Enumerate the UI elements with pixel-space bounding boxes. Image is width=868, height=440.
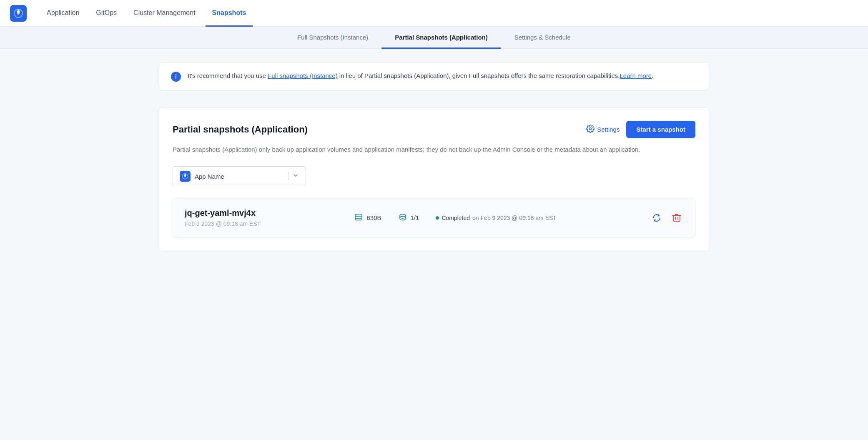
- snapshot-volumes: 1/1: [398, 212, 419, 223]
- top-nav: Application GitOps Cluster Management Sn…: [0, 0, 868, 27]
- svg-rect-7: [673, 215, 680, 221]
- status-dot: [436, 216, 439, 220]
- snapshots-card: Partial snapshots (Application) Settings…: [159, 107, 709, 251]
- snapshot-status: Completed on Feb 9 2023 @ 09:18 am EST: [436, 215, 556, 221]
- header-actions: Settings Start a snapshot: [586, 121, 695, 138]
- svg-point-2: [184, 175, 186, 177]
- nav-item-snapshots[interactable]: Snapshots: [206, 0, 253, 27]
- app-dropdown[interactable]: App Name: [173, 166, 306, 186]
- tab-settings-schedule[interactable]: Settings & Schedule: [501, 27, 584, 49]
- start-snapshot-button[interactable]: Start a snapshot: [626, 121, 695, 138]
- svg-point-0: [17, 12, 20, 15]
- snapshot-item: jq-get-yaml-mvj4x Feb 9 2023 @ 09:18 am …: [173, 198, 695, 238]
- info-icon: i: [171, 72, 181, 82]
- snapshots-header: Partial snapshots (Application) Settings…: [173, 121, 695, 138]
- snapshot-status-row: Completed on Feb 9 2023 @ 09:18 am EST: [436, 215, 556, 221]
- svg-point-1: [590, 128, 592, 130]
- snapshot-actions: [650, 211, 683, 225]
- full-snapshots-link[interactable]: Full snapshots (Instance): [268, 72, 338, 79]
- snapshot-size-value: 630B: [366, 214, 381, 221]
- sub-tabs: Full Snapshots (Instance) Partial Snapsh…: [0, 27, 868, 49]
- app-dropdown-left: App Name: [180, 171, 224, 182]
- learn-more-link[interactable]: Learn more: [620, 72, 652, 79]
- snapshot-stats: 630B 1/1 Completed: [354, 212, 556, 223]
- size-icon: [354, 212, 363, 223]
- status-completed-date: on Feb 9 2023 @ 09:18 am EST: [472, 215, 557, 221]
- snapshot-info: jq-get-yaml-mvj4x Feb 9 2023 @ 09:18 am …: [185, 208, 261, 227]
- logo[interactable]: [10, 5, 27, 22]
- restore-button[interactable]: [650, 211, 663, 225]
- gear-icon: [586, 125, 595, 134]
- settings-link[interactable]: Settings: [586, 125, 620, 134]
- info-banner: i It's recommend that you use Full snaps…: [159, 62, 709, 90]
- delete-button[interactable]: [670, 211, 683, 225]
- svg-rect-3: [355, 214, 362, 220]
- nav-items: Application GitOps Cluster Management Sn…: [40, 0, 253, 26]
- tab-partial-snapshots[interactable]: Partial Snapshots (Application): [381, 27, 501, 49]
- snapshot-date: Feb 9 2023 @ 09:18 am EST: [185, 220, 261, 227]
- svg-point-6: [400, 214, 406, 217]
- snapshot-name: jq-get-yaml-mvj4x: [185, 208, 261, 218]
- dropdown-divider: [288, 172, 289, 180]
- nav-item-gitops[interactable]: GitOps: [89, 0, 123, 27]
- app-name-label: App Name: [195, 173, 224, 180]
- snapshots-description: Partial snapshots (Application) only bac…: [173, 145, 695, 155]
- tab-full-snapshots[interactable]: Full Snapshots (Instance): [284, 27, 381, 49]
- snapshot-volumes-value: 1/1: [411, 214, 419, 221]
- snapshot-size: 630B: [354, 212, 381, 223]
- chevron-down-icon: [292, 172, 299, 180]
- nav-item-cluster-management[interactable]: Cluster Management: [127, 0, 202, 27]
- main-content: i It's recommend that you use Full snaps…: [142, 49, 726, 265]
- app-logo-icon: [180, 171, 191, 182]
- settings-label: Settings: [597, 126, 620, 133]
- info-banner-text: It's recommend that you use Full snapsho…: [188, 71, 653, 81]
- status-text: Completed: [442, 215, 470, 221]
- volumes-icon: [398, 212, 407, 223]
- nav-item-application[interactable]: Application: [40, 0, 86, 27]
- snapshots-card-title: Partial snapshots (Application): [173, 124, 308, 135]
